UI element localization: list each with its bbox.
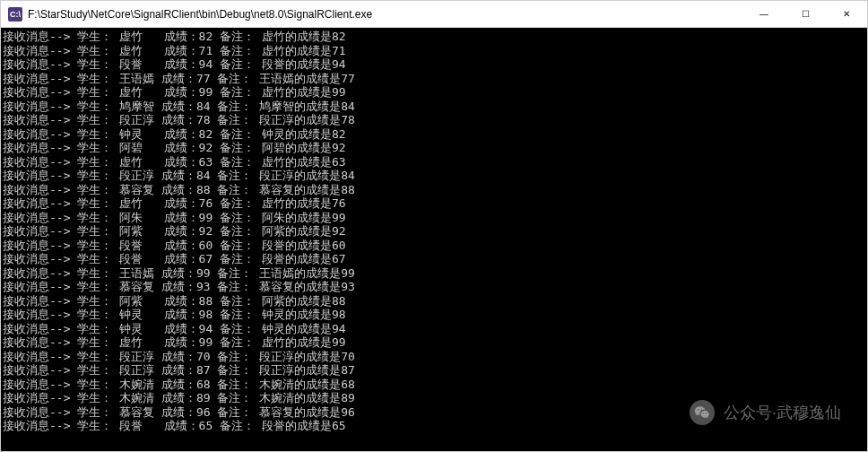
- window-title: F:\StarStudy\NetCore\SignalRClient\bin\D…: [28, 8, 743, 21]
- console-line: 接收消息--> 学生： 钟灵 成绩：82 备注： 钟灵的成绩是82: [3, 127, 867, 142]
- console-line: 接收消息--> 学生： 段誉 成绩：60 备注： 段誉的成绩是60: [3, 239, 867, 253]
- console-line: 接收消息--> 学生： 钟灵 成绩：94 备注： 钟灵的成绩是94: [3, 322, 867, 336]
- console-line: 接收消息--> 学生： 钟灵 成绩：98 备注： 钟灵的成绩是98: [3, 308, 867, 322]
- console-line: 接收消息--> 学生： 虚竹 成绩：76 备注： 虚竹的成绩是76: [3, 196, 867, 211]
- console-line: 接收消息--> 学生： 慕容复 成绩：93 备注： 慕容复的成绩是93: [3, 280, 867, 294]
- console-line: 接收消息--> 学生： 阿紫 成绩：92 备注： 阿紫的成绩是92: [3, 224, 867, 239]
- console-line: 接收消息--> 学生： 段正淳 成绩：70 备注： 段正淳的成绩是70: [3, 350, 867, 364]
- console-line: 接收消息--> 学生： 鸠摩智 成绩：84 备注： 鸠摩智的成绩是84: [3, 100, 867, 114]
- console-line: 接收消息--> 学生： 段正淳 成绩：78 备注： 段正淳的成绩是78: [3, 113, 867, 127]
- window-controls: — ☐ ✕: [743, 1, 867, 27]
- console-line: 接收消息--> 学生： 虚竹 成绩：99 备注： 虚竹的成绩是99: [3, 85, 867, 100]
- console-line: 接收消息--> 学生： 阿朱 成绩：99 备注： 阿朱的成绩是99: [3, 211, 867, 225]
- console-line: 接收消息--> 学生： 阿碧 成绩：92 备注： 阿碧的成绩是92: [3, 141, 867, 155]
- console-output: 接收消息--> 学生： 虚竹 成绩：82 备注： 虚竹的成绩是82接收消息-->…: [1, 28, 867, 451]
- titlebar: C:\ F:\StarStudy\NetCore\SignalRClient\b…: [1, 1, 867, 28]
- close-button[interactable]: ✕: [826, 1, 867, 27]
- console-line: 接收消息--> 学生： 虚竹 成绩：99 备注： 虚竹的成绩是99: [3, 335, 867, 350]
- app-icon: C:\: [8, 7, 22, 22]
- console-line: 接收消息--> 学生： 慕容复 成绩：88 备注： 慕容复的成绩是88: [3, 183, 867, 197]
- console-line: 接收消息--> 学生： 阿紫 成绩：88 备注： 阿紫的成绩是88: [3, 294, 867, 309]
- console-line: 接收消息--> 学生： 王语嫣 成绩：77 备注： 王语嫣的成绩是77: [3, 72, 867, 86]
- maximize-button[interactable]: ☐: [785, 1, 826, 27]
- minimize-button[interactable]: —: [743, 1, 785, 27]
- console-line: 接收消息--> 学生： 王语嫣 成绩：99 备注： 王语嫣的成绩是99: [3, 266, 867, 281]
- wechat-icon: [690, 400, 715, 425]
- watermark: 公众号·武穆逸仙: [690, 400, 841, 425]
- watermark-text: 公众号·武穆逸仙: [724, 402, 841, 423]
- console-line: 接收消息--> 学生： 虚竹 成绩：63 备注： 虚竹的成绩是63: [3, 155, 867, 170]
- console-line: 接收消息--> 学生： 段誉 成绩：67 备注： 段誉的成绩是67: [3, 252, 867, 266]
- console-line: 接收消息--> 学生： 木婉清 成绩：68 备注： 木婉清的成绩是68: [3, 378, 867, 392]
- console-line: 接收消息--> 学生： 虚竹 成绩：82 备注： 虚竹的成绩是82: [3, 30, 867, 44]
- console-line: 接收消息--> 学生： 虚竹 成绩：71 备注： 虚竹的成绩是71: [3, 44, 867, 58]
- console-line: 接收消息--> 学生： 段正淳 成绩：87 备注： 段正淳的成绩是87: [3, 363, 867, 378]
- app-window: C:\ F:\StarStudy\NetCore\SignalRClient\b…: [0, 0, 868, 452]
- console-line: 接收消息--> 学生： 段誉 成绩：94 备注： 段誉的成绩是94: [3, 57, 867, 72]
- console-line: 接收消息--> 学生： 段正淳 成绩：84 备注： 段正淳的成绩是84: [3, 169, 867, 183]
